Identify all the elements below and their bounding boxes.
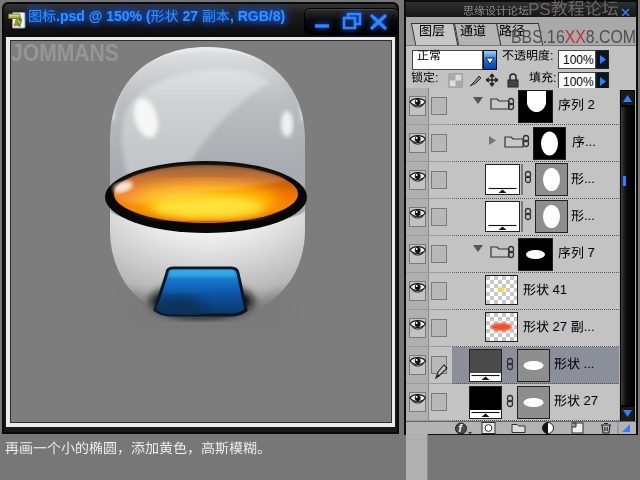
svg-text:27: 27 (549, 319, 571, 334)
svg-text::: : (550, 48, 553, 62)
svg-text:...: ... (580, 356, 594, 371)
svg-text:2: 2 (584, 97, 595, 112)
svg-text:PS: PS (528, 0, 551, 19)
svg-text:27: 27 (580, 393, 598, 408)
svg-text::: : (435, 70, 438, 84)
svg-text::: : (553, 70, 556, 84)
svg-text:, RGB/8): , RGB/8) (230, 8, 285, 24)
svg-text:27: 27 (179, 8, 202, 24)
svg-text:...: ... (585, 134, 596, 149)
svg-text:.psd @ 150% (: .psd @ 150% ( (56, 8, 151, 24)
svg-text:...: ... (584, 171, 595, 186)
svg-text:...: ... (584, 319, 595, 334)
svg-text:...: ... (584, 208, 595, 223)
svg-text:41: 41 (549, 282, 567, 297)
svg-text:7: 7 (584, 245, 595, 260)
